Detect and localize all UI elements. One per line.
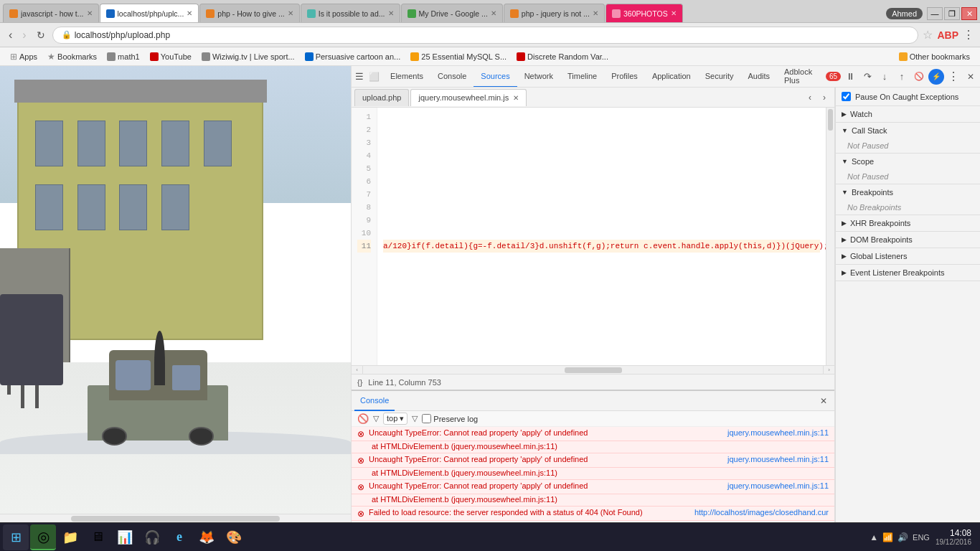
source-nav-right[interactable]: ›: [817, 90, 831, 105]
xhr-breakpoints-header[interactable]: ▶ XHR Breakpoints: [836, 215, 980, 231]
taskbar-headphones[interactable]: 🎧: [139, 524, 165, 550]
restore-button[interactable]: ❐: [944, 7, 960, 20]
taskbar-app5[interactable]: 🎨: [221, 524, 247, 550]
code-content[interactable]: a/120}if(f.detail){g=-f.detail/3}d.unshi…: [377, 108, 826, 365]
call-stack-header[interactable]: ▼ Call Stack: [836, 123, 980, 138]
tray-expand[interactable]: ▲: [870, 532, 878, 542]
bookmark-persuasive[interactable]: Persuasive cartoon an...: [301, 51, 405, 62]
event-listener-header[interactable]: ▶ Event Listener Breakpoints: [836, 265, 980, 281]
browser-tab-4[interactable]: Is it possible to ad... ✕: [301, 4, 400, 22]
tab5-close[interactable]: ✕: [491, 9, 496, 17]
adblock-icon[interactable]: ABP: [937, 29, 958, 41]
file-tab-jquery[interactable]: jquery.mousewheel.min.js ✕: [410, 89, 527, 106]
tab-adblock[interactable]: Adblock Plus: [777, 66, 826, 88]
watch-label: Watch: [850, 110, 872, 118]
taskbar-edge[interactable]: e: [166, 524, 192, 550]
browser-tab-6[interactable]: php - jquery is not ... ✕: [504, 4, 605, 22]
async-button[interactable]: ⚡: [928, 69, 944, 85]
tab-sources[interactable]: Sources: [473, 66, 517, 88]
vertical-scrollbar[interactable]: [826, 108, 834, 365]
console-filter-down[interactable]: ▽: [412, 414, 418, 423]
bookmark-bookmarks[interactable]: ★ Bookmarks: [43, 50, 101, 63]
tab-audits[interactable]: Audits: [740, 66, 777, 88]
devtools-dock-icon[interactable]: ☰: [353, 68, 366, 85]
breakpoints-header[interactable]: ▼ Breakpoints: [836, 184, 980, 200]
bookmark-other[interactable]: Other bookmarks: [895, 51, 974, 62]
network-icon[interactable]: 📶: [882, 532, 893, 542]
menu-button[interactable]: ⋮: [963, 28, 974, 42]
error-link-3[interactable]: jquery.mousewheel.min.js:11: [727, 481, 829, 490]
bookmark-apps[interactable]: ⊞ Apps: [6, 50, 42, 63]
browser-tab-3[interactable]: php - How to give ... ✕: [199, 4, 299, 22]
tab-timeline[interactable]: Timeline: [560, 66, 604, 88]
back-button[interactable]: ‹: [6, 29, 15, 42]
devtools-panel-icon[interactable]: ⬜: [367, 68, 380, 85]
address-input[interactable]: 🔒 localhost/php/upload.php: [52, 27, 919, 44]
tab4-close[interactable]: ✕: [388, 9, 394, 17]
console-filter-icon[interactable]: ▽: [373, 414, 379, 423]
pause-on-exceptions-label: Pause On Caught Exceptions: [855, 93, 958, 101]
tab-console[interactable]: Console: [430, 66, 473, 88]
pause-debug-button[interactable]: ⏸: [842, 69, 858, 85]
step-out-button[interactable]: ↑: [894, 69, 910, 85]
error-sub-1: at HTMLDivElement.b (jquery.mousewheel.m…: [352, 441, 834, 453]
devtools-more-button[interactable]: ⋮: [946, 69, 961, 85]
browser-tab-7[interactable]: 360PHOTOS ✕: [606, 4, 683, 22]
browser-tab-2[interactable]: localhost/php/uplc... ✕: [100, 4, 199, 22]
step-over-button[interactable]: ↷: [859, 69, 875, 85]
devtools-close-button[interactable]: ✕: [963, 69, 979, 85]
source-nav-left[interactable]: ‹: [803, 90, 817, 105]
volume-icon[interactable]: 🔊: [897, 532, 908, 542]
taskbar-files[interactable]: 📁: [57, 524, 83, 550]
tab-security[interactable]: Security: [698, 66, 741, 88]
browser-tab-5[interactable]: My Drive - Google ... ✕: [401, 4, 503, 22]
dom-breakpoints-header[interactable]: ▶ DOM Breakpoints: [836, 232, 980, 248]
tab1-close[interactable]: ✕: [87, 9, 93, 17]
taskbar-firefox[interactable]: 🦊: [194, 524, 220, 550]
tab6-close[interactable]: ✕: [593, 9, 598, 17]
reload-button[interactable]: ↻: [34, 29, 48, 41]
console-clear-button[interactable]: 🚫: [357, 413, 369, 424]
bookmark-math1[interactable]: math1: [103, 51, 144, 62]
browser-tab-1[interactable]: javascript - how t... ✕: [3, 4, 99, 22]
console-tab[interactable]: Console: [354, 391, 395, 411]
close-button[interactable]: ✕: [961, 7, 977, 20]
start-button[interactable]: ⊞: [3, 524, 29, 550]
tab7-close[interactable]: ✕: [671, 9, 677, 17]
tab2-close[interactable]: ✕: [187, 9, 192, 17]
bookmark-youtube[interactable]: YouTube: [146, 51, 196, 62]
taskbar-chrome[interactable]: ◎: [30, 524, 56, 550]
minimize-button[interactable]: —: [927, 7, 943, 20]
tab-elements[interactable]: Elements: [383, 66, 430, 88]
step-in-button[interactable]: ↓: [877, 69, 892, 85]
global-listeners-header[interactable]: ▶ Global Listeners: [836, 248, 980, 264]
forward-button[interactable]: ›: [19, 29, 29, 42]
tab-profiles[interactable]: Profiles: [604, 66, 645, 88]
pause-on-exceptions-checkbox[interactable]: [842, 92, 851, 101]
bookmark-star[interactable]: ☆: [923, 28, 933, 42]
deactivate-button[interactable]: 🚫: [911, 69, 927, 85]
horizontal-scrollbar[interactable]: ‹ ›: [352, 365, 834, 374]
bookmark-mysql[interactable]: 25 Essential MySQL S...: [406, 51, 511, 62]
tab-application[interactable]: Application: [645, 66, 698, 88]
console-top-select[interactable]: top ▾: [383, 413, 407, 425]
taskbar-app4[interactable]: 📊: [112, 524, 138, 550]
lang-indicator[interactable]: ENG: [913, 533, 930, 542]
file-tab-upload[interactable]: upload.php: [354, 89, 409, 106]
error-link-4[interactable]: http://localhost/images/closedhand.cur: [694, 508, 829, 517]
tab3-close[interactable]: ✕: [288, 9, 293, 17]
taskbar-app3[interactable]: 🖥: [85, 524, 110, 550]
pause-on-exceptions-row[interactable]: Pause On Caught Exceptions: [836, 88, 980, 106]
scope-header[interactable]: ▼ Scope: [836, 154, 980, 169]
error-link-1[interactable]: jquery.mousewheel.min.js:11: [727, 428, 829, 437]
scope-label: Scope: [852, 157, 874, 166]
bookmark-wiziwig[interactable]: Wiziwig.tv | Live sport...: [197, 51, 299, 62]
tab-network[interactable]: Network: [517, 66, 560, 88]
preserve-log-checkbox[interactable]: [422, 414, 431, 423]
bookmark-discrete[interactable]: Discrete Random Var...: [512, 51, 613, 62]
watch-section-header[interactable]: ▶ Watch: [836, 106, 980, 122]
file-tab-close-icon[interactable]: ✕: [513, 94, 519, 102]
error-link-2[interactable]: jquery.mousewheel.min.js:11: [727, 455, 829, 463]
console-close-button[interactable]: ✕: [816, 393, 831, 409]
preserve-log-label[interactable]: Preserve log: [422, 414, 478, 423]
